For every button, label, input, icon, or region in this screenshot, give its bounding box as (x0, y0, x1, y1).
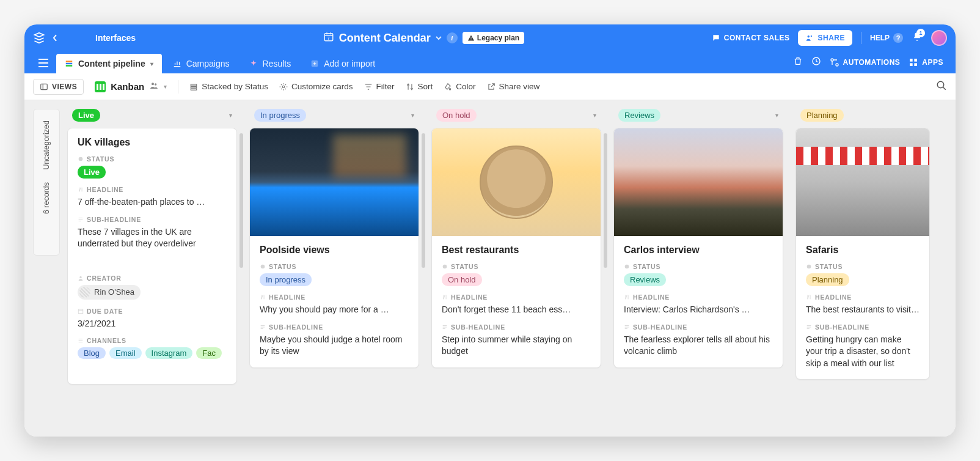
share-button[interactable]: SHARE (798, 30, 852, 46)
column-header-pill[interactable]: Reviews (618, 109, 660, 122)
people-icon (805, 34, 814, 42)
due-date-text: 3/21/2021 (78, 318, 227, 330)
base-title-area: 7 Content Calendar i Legacy plan (143, 31, 704, 45)
views-label: VIEWS (52, 83, 77, 91)
card-safaris[interactable]: Safaris STATUS Planning HEADLINE The bes… (795, 128, 930, 380)
column-header-pill[interactable]: On hold (436, 109, 477, 122)
current-view[interactable]: Kanban ▾ (95, 81, 167, 92)
search-button[interactable] (936, 80, 947, 93)
sort-button[interactable]: Sort (406, 82, 433, 91)
card-title: UK villages (78, 137, 227, 148)
sparkle-icon (249, 59, 258, 68)
plan-badge[interactable]: Legacy plan (463, 32, 524, 44)
chevron-down-icon[interactable]: ▾ (150, 61, 153, 67)
column-menu-icon[interactable]: ▾ (229, 112, 232, 119)
svg-point-11 (831, 59, 833, 61)
card-best-restaurants[interactable]: Best restaurants STATUS On hold HEADLINE… (431, 128, 601, 368)
trash-icon[interactable] (793, 56, 803, 68)
kanban-board: Uncategorized 6 records Live ▾ UK villag… (24, 100, 956, 437)
stacked-by-button[interactable]: Stacked by Status (189, 82, 268, 91)
notifications-button[interactable]: 1 (912, 31, 923, 45)
help-link[interactable]: HELP ? (870, 33, 903, 43)
records-count: 6 records (42, 182, 51, 214)
subheadline-text: Step into summer while staying on budget (442, 334, 591, 358)
channel-tag: Instagram (145, 347, 193, 359)
filter-icon (364, 83, 373, 91)
svg-point-24 (937, 81, 944, 88)
headline-text: Interview: Carlos Richardson's … (624, 304, 773, 316)
automations-button[interactable]: AUTOMATIONS (830, 57, 901, 67)
help-icon: ? (893, 33, 903, 43)
color-label: Color (456, 82, 475, 91)
card-title: Safaris (806, 245, 920, 256)
field-label-status: STATUS (260, 263, 409, 270)
automation-icon (830, 57, 839, 67)
svg-rect-3 (470, 40, 471, 40)
chevron-down-icon[interactable] (436, 32, 442, 43)
svg-rect-15 (910, 63, 913, 66)
headline-text: The best restaurants to visit t… (806, 304, 920, 316)
menu-icon[interactable] (33, 53, 54, 73)
svg-rect-21 (191, 86, 197, 87)
stack-icon (65, 59, 73, 68)
card-poolside-views[interactable]: Poolside views STATUS In progress HEADLI… (249, 128, 419, 368)
field-label-subheadline: SUB-HEADLINE (260, 323, 409, 331)
tab-campaigns[interactable]: Campaigns (164, 54, 238, 73)
column-live: Live ▾ UK villages STATUS Live HEADLINE (67, 109, 237, 437)
kanban-icon (95, 81, 106, 92)
apps-button[interactable]: APPS (909, 57, 943, 67)
svg-point-19 (155, 83, 156, 85)
field-label-creator: CREATOR (78, 275, 227, 282)
info-icon[interactable]: i (447, 32, 458, 43)
gear-icon (279, 83, 288, 91)
customize-cards-button[interactable]: Customize cards (279, 82, 353, 91)
user-avatar[interactable] (931, 30, 947, 46)
svg-point-28 (261, 265, 265, 269)
field-label-due-date: DUE DATE (78, 308, 227, 315)
status-pill: Live (78, 166, 106, 179)
app-logo-icon[interactable] (33, 32, 45, 44)
svg-point-23 (282, 86, 285, 88)
contact-sales-link[interactable]: CONTACT SALES (712, 34, 790, 42)
column-menu-icon[interactable]: ▾ (593, 112, 596, 119)
svg-point-29 (443, 265, 447, 269)
base-title[interactable]: Content Calendar (339, 32, 431, 45)
svg-point-18 (152, 83, 154, 85)
history-icon[interactable] (811, 56, 821, 68)
field-label-status: STATUS (78, 155, 227, 163)
column-header-pill[interactable]: In progress (254, 109, 306, 122)
add-or-import-button[interactable]: Add or import (302, 54, 384, 73)
svg-rect-2 (470, 37, 471, 39)
stack-icon (189, 83, 198, 91)
tab-results[interactable]: Results (241, 54, 300, 73)
apps-label: APPS (922, 58, 943, 67)
card-uk-villages[interactable]: UK villages STATUS Live HEADLINE 7 off-t… (67, 128, 237, 385)
interfaces-link[interactable]: Interfaces (95, 33, 136, 43)
views-button[interactable]: VIEWS (33, 79, 84, 95)
uncategorized-label: Uncategorized (42, 120, 51, 170)
card-cover-image (250, 128, 419, 236)
column-header-pill[interactable]: Planning (800, 109, 844, 122)
svg-rect-13 (910, 59, 913, 62)
color-button[interactable]: Color (444, 82, 475, 91)
chevron-down-icon: ▾ (164, 83, 167, 90)
automations-label: AUTOMATIONS (843, 58, 901, 67)
share-icon (487, 83, 495, 91)
tab-content-pipeline[interactable]: Content pipeline ▾ (56, 54, 162, 73)
column-menu-icon[interactable]: ▾ (411, 112, 414, 119)
card-cover-image (796, 128, 929, 236)
card-cover-image (432, 128, 601, 236)
chevron-left-icon[interactable] (53, 34, 57, 42)
filter-button[interactable]: Filter (364, 82, 395, 91)
card-carlos-interview[interactable]: Carlos interview STATUS Reviews HEADLINE… (613, 128, 783, 368)
sidebar-icon (40, 83, 48, 91)
svg-rect-14 (915, 59, 918, 62)
svg-point-25 (79, 157, 83, 161)
subheadline-text: Getting hungry can make your trip a disa… (806, 334, 920, 370)
share-label: SHARE (817, 34, 845, 42)
column-header-pill[interactable]: Live (72, 109, 100, 122)
share-view-button[interactable]: Share view (487, 82, 540, 91)
column-menu-icon[interactable]: ▾ (775, 112, 778, 119)
field-label-headline: HEADLINE (78, 186, 227, 193)
uncategorized-stack[interactable]: Uncategorized 6 records (33, 109, 60, 256)
